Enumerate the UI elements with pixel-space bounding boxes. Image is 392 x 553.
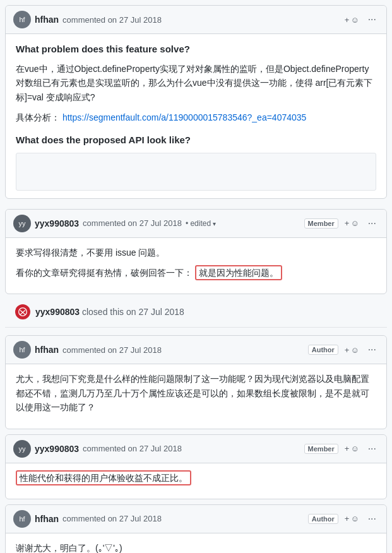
- comment-meta-4: commented on 27 Jul 2018: [83, 444, 182, 453]
- author-badge-3: Author: [308, 345, 338, 355]
- closed-event: yyx990803 closed this on 27 Jul 2018: [5, 299, 387, 324]
- comment-header-left-4: yy yyx990803 commented on 27 Jul 2018: [13, 440, 182, 458]
- comment-header-right-2: Member + ☺ ···: [304, 217, 379, 230]
- comment-body-5: 谢谢尤大，明白了。(｡'▽'｡): [6, 533, 386, 553]
- comment-header-left-3: hf hfhan commented on 27 Jul 2018: [13, 341, 162, 359]
- comment-meta-1: commented on 27 Jul 2018: [62, 15, 162, 25]
- plus-icon-1: +: [345, 15, 350, 25]
- closed-username[interactable]: yyx990803: [35, 307, 80, 317]
- comment-header-left-2: yy yyx990803 commented on 27 Jul 2018 • …: [13, 215, 216, 232]
- comment4-highlight: 性能代价和获得的用户体验收益不成正比。: [16, 470, 191, 485]
- plus-icon-4: +: [345, 444, 350, 453]
- reaction-plus-btn-5[interactable]: + ☺: [342, 513, 362, 525]
- comment2-highlight: 就是因为性能问题。: [195, 265, 282, 280]
- divider-1: [5, 327, 387, 328]
- comment-header-left-5: hf hfhan commented on 27 Jul 2018: [13, 510, 162, 528]
- section1-link-label: 具体分析：: [16, 112, 60, 122]
- comment-header-right-1: + ☺ ···: [342, 13, 379, 26]
- comment-header-1: hf hfhan commented on 27 Jul 2018 + ☺ ··…: [6, 6, 386, 34]
- username-5[interactable]: hfhan: [35, 514, 59, 524]
- comment-meta-2: commented on 27 Jul 2018: [83, 218, 182, 228]
- avatar-hfhan-1: hf: [13, 11, 31, 28]
- comment5-para1: 谢谢尤大，明白了。(｡'▽'｡): [16, 541, 376, 553]
- username-4[interactable]: yyx990803: [35, 444, 79, 454]
- edited-arrow-2[interactable]: ▾: [213, 220, 216, 227]
- comment-header-3: hf hfhan commented on 27 Jul 2018 Author…: [6, 336, 386, 364]
- comment-header-right-3: Author + ☺ ···: [308, 343, 379, 356]
- ban-icon: [18, 307, 27, 316]
- comment-header-4: yy yyx990803 commented on 27 Jul 2018 Me…: [6, 435, 386, 463]
- comment-4: yy yyx990803 commented on 27 Jul 2018 Me…: [5, 434, 387, 499]
- emoji-icon-5: ☺: [350, 514, 359, 523]
- emoji-icon-1: ☺: [350, 15, 359, 25]
- section1-title: What problem does this feature solve?: [16, 42, 376, 57]
- comment-3: hf hfhan commented on 27 Jul 2018 Author…: [5, 335, 387, 429]
- emoji-icon-4: ☺: [350, 444, 359, 453]
- username-1[interactable]: hfhan: [35, 15, 59, 25]
- reaction-plus-btn-4[interactable]: + ☺: [342, 443, 362, 455]
- reaction-plus-btn-3[interactable]: + ☺: [342, 344, 362, 356]
- comment-body-3: 尤大，我想问下究竟是什么样的性能问题限制了这一功能呢？因为现代浏览器以及电脑配置…: [6, 364, 386, 428]
- comment-meta-3: commented on 27 Jul 2018: [62, 345, 162, 355]
- comment-header-right-5: Author + ☺ ···: [308, 513, 379, 525]
- avatar-hfhan-3: hf: [13, 341, 31, 359]
- plus-icon-2: +: [345, 218, 350, 228]
- comment-header-right-4: Member + ☺ ···: [304, 443, 379, 455]
- emoji-icon-3: ☺: [350, 345, 359, 355]
- comment2-para1: 要求写得很清楚，不要用 issue 问题。: [16, 246, 376, 259]
- section2-title: What does the proposed API look like?: [16, 133, 376, 148]
- more-btn-2[interactable]: ···: [365, 217, 379, 230]
- author-badge-5: Author: [308, 514, 338, 524]
- comment-body-1: What problem does this feature solve? 在v…: [6, 34, 386, 198]
- member-badge-4: Member: [304, 444, 338, 454]
- closed-icon: [15, 304, 30, 319]
- reaction-plus-btn-1[interactable]: + ☺: [342, 14, 362, 26]
- comment-2: yy yyx990803 commented on 27 Jul 2018 • …: [5, 209, 387, 295]
- closed-text: yyx990803 closed this on 27 Jul 2018: [35, 307, 184, 317]
- comment-body-2: 要求写得很清楚，不要用 issue 问题。 看你的文章研究得挺有热情，破例回答一…: [6, 238, 386, 294]
- comment2-para2: 看你的文章研究得挺有热情，破例回答一下： 就是因为性能问题。: [16, 266, 376, 280]
- comment-body-4: 性能代价和获得的用户体验收益不成正比。: [6, 463, 386, 499]
- closed-action: closed this on 27 Jul 2018: [82, 307, 184, 317]
- more-btn-3[interactable]: ···: [365, 343, 379, 356]
- comment-5: hf hfhan commented on 27 Jul 2018 Author…: [5, 504, 387, 553]
- reaction-plus-btn-2[interactable]: + ☺: [342, 217, 362, 229]
- section1-para: 在vue中，通过Object.defineProperty实现了对对象属性的监听…: [16, 62, 376, 104]
- plus-icon-3: +: [345, 345, 350, 355]
- edited-label-2: • edited ▾: [186, 219, 217, 228]
- section1-link[interactable]: https://segmentfault.com/a/1190000015783…: [62, 112, 306, 122]
- more-btn-1[interactable]: ···: [365, 13, 379, 26]
- comment-header-left-1: hf hfhan commented on 27 Jul 2018: [13, 11, 162, 28]
- comment-header-2: yy yyx990803 commented on 27 Jul 2018 • …: [6, 210, 386, 238]
- comment-header-5: hf hfhan commented on 27 Jul 2018 Author…: [6, 505, 386, 533]
- member-badge-2: Member: [304, 218, 338, 229]
- more-btn-5[interactable]: ···: [365, 513, 379, 525]
- comment-1: hf hfhan commented on 27 Jul 2018 + ☺ ··…: [5, 5, 387, 199]
- username-2[interactable]: yyx990803: [35, 218, 79, 229]
- comment3-para1: 尤大，我想问下究竟是什么样的性能问题限制了这一功能呢？因为现代浏览器以及电脑配置…: [16, 372, 376, 414]
- avatar-yyx-2: yy: [13, 215, 31, 232]
- username-3[interactable]: hfhan: [35, 345, 59, 355]
- emoji-icon-2: ☺: [350, 218, 359, 228]
- api-empty-area: [16, 153, 376, 191]
- more-btn-4[interactable]: ···: [365, 443, 379, 455]
- plus-icon-5: +: [345, 514, 350, 523]
- section1-link-para: 具体分析： https://segmentfault.com/a/1190000…: [16, 110, 376, 124]
- avatar-hfhan-5: hf: [13, 510, 31, 528]
- avatar-yyx-4: yy: [13, 440, 31, 458]
- comment-meta-5: commented on 27 Jul 2018: [62, 514, 162, 523]
- comment4-para1: 性能代价和获得的用户体验收益不成正比。: [16, 471, 376, 485]
- comment2-para2-before: 看你的文章研究得挺有热情，破例回答一下：: [16, 268, 193, 278]
